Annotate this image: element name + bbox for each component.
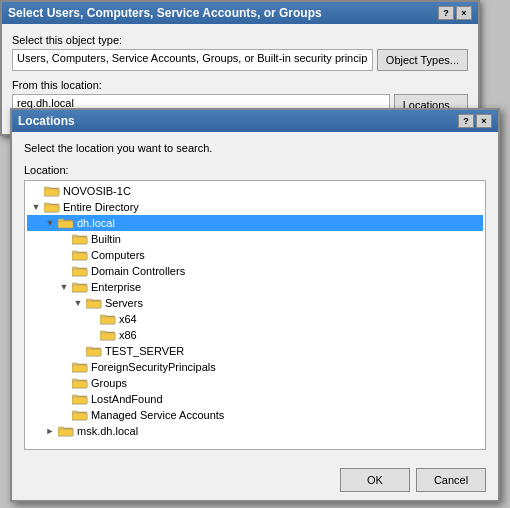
tree-item-label: Managed Service Accounts — [91, 409, 224, 421]
svg-rect-23 — [86, 301, 101, 308]
folder-icon — [72, 281, 88, 293]
folder-icon — [44, 201, 60, 213]
svg-rect-8 — [58, 221, 73, 228]
folder-icon — [72, 265, 88, 277]
locations-close-button[interactable]: × — [476, 114, 492, 128]
cancel-button[interactable]: Cancel — [416, 468, 486, 492]
svg-rect-41 — [72, 397, 87, 404]
object-type-row: Users, Computers, Service Accounts, Grou… — [12, 49, 468, 71]
tree-item[interactable]: ▼ dh.local — [27, 215, 483, 231]
tree-item[interactable]: TEST_SERVER — [27, 343, 483, 359]
svg-rect-38 — [72, 381, 87, 388]
folder-icon — [86, 345, 102, 357]
folder-icon — [72, 361, 88, 373]
tree-item-label: Groups — [91, 377, 127, 389]
tree-item-label: ForeignSecurityPrincipals — [91, 361, 216, 373]
tree-item-label: x86 — [119, 329, 137, 341]
svg-rect-17 — [72, 269, 87, 276]
tree-item[interactable]: LostAndFound — [27, 391, 483, 407]
locations-footer: OK Cancel — [12, 460, 498, 500]
location-label: From this location: — [12, 79, 468, 91]
expand-icon: ▼ — [29, 200, 43, 214]
svg-rect-32 — [86, 349, 101, 356]
tree-item-label: Enterprise — [91, 281, 141, 293]
svg-rect-2 — [44, 189, 59, 196]
tree-item[interactable]: NOVOSIB-1C — [27, 183, 483, 199]
tree-item[interactable]: Managed Service Accounts — [27, 407, 483, 423]
object-type-label: Select this object type: — [12, 34, 468, 46]
location-tree[interactable]: NOVOSIB-1C▼ Entire Directory▼ dh.local B… — [24, 180, 486, 450]
locations-help-button[interactable]: ? — [458, 114, 474, 128]
svg-rect-14 — [72, 253, 87, 260]
svg-rect-35 — [72, 365, 87, 372]
expand-icon — [57, 408, 71, 422]
tree-item[interactable]: ▼ Enterprise — [27, 279, 483, 295]
svg-rect-5 — [44, 205, 59, 212]
tree-item-label: NOVOSIB-1C — [63, 185, 131, 197]
outer-help-button[interactable]: ? — [438, 6, 454, 20]
expand-icon: ▼ — [57, 280, 71, 294]
tree-item[interactable]: x86 — [27, 327, 483, 343]
folder-icon — [72, 377, 88, 389]
tree-item-label: LostAndFound — [91, 393, 163, 405]
folder-icon — [72, 409, 88, 421]
expand-icon — [85, 312, 99, 326]
tree-item-label: Builtin — [91, 233, 121, 245]
tree-item[interactable]: ForeignSecurityPrincipals — [27, 359, 483, 375]
outer-title-bar: Select Users, Computers, Service Account… — [2, 2, 478, 24]
svg-rect-29 — [100, 333, 115, 340]
folder-icon — [58, 425, 74, 437]
expand-icon — [57, 248, 71, 262]
tree-item[interactable]: Domain Controllers — [27, 263, 483, 279]
locations-title-bar: Locations ? × — [12, 110, 498, 132]
tree-item[interactable]: Computers — [27, 247, 483, 263]
tree-item[interactable]: ▼ Entire Directory — [27, 199, 483, 215]
tree-item[interactable]: Groups — [27, 375, 483, 391]
tree-item[interactable]: x64 — [27, 311, 483, 327]
locations-instruction: Select the location you want to search. — [24, 142, 486, 154]
locations-title-buttons: ? × — [458, 114, 492, 128]
tree-item-label: Domain Controllers — [91, 265, 185, 277]
locations-dialog: Locations ? × Select the location you wa… — [10, 108, 500, 502]
expand-icon: ▼ — [43, 216, 57, 230]
folder-icon — [58, 217, 74, 229]
folder-icon — [100, 329, 116, 341]
expand-icon — [57, 264, 71, 278]
folder-icon — [86, 297, 102, 309]
tree-item[interactable]: ► msk.dh.local — [27, 423, 483, 439]
locations-dialog-content: Select the location you want to search. … — [12, 132, 498, 460]
ok-button[interactable]: OK — [340, 468, 410, 492]
tree-item-label: Entire Directory — [63, 201, 139, 213]
svg-rect-26 — [100, 317, 115, 324]
tree-item-label: msk.dh.local — [77, 425, 138, 437]
svg-rect-11 — [72, 237, 87, 244]
object-type-field: Users, Computers, Service Accounts, Grou… — [12, 49, 373, 71]
expand-icon: ► — [43, 424, 57, 438]
tree-item[interactable]: Builtin — [27, 231, 483, 247]
tree-item-label: Computers — [91, 249, 145, 261]
folder-icon — [100, 313, 116, 325]
outer-title-buttons: ? × — [438, 6, 472, 20]
expand-icon — [57, 376, 71, 390]
outer-dialog-title: Select Users, Computers, Service Account… — [8, 6, 322, 20]
expand-icon — [57, 232, 71, 246]
folder-icon — [44, 185, 60, 197]
locations-dialog-title: Locations — [18, 114, 75, 128]
svg-rect-44 — [72, 413, 87, 420]
tree-item-label: TEST_SERVER — [105, 345, 184, 357]
tree-item-label: Servers — [105, 297, 143, 309]
outer-close-button[interactable]: × — [456, 6, 472, 20]
location-tree-label: Location: — [24, 164, 486, 176]
svg-rect-47 — [58, 429, 73, 436]
tree-item[interactable]: ▼ Servers — [27, 295, 483, 311]
expand-icon — [29, 184, 43, 198]
expand-icon — [57, 392, 71, 406]
tree-item-label: x64 — [119, 313, 137, 325]
folder-icon — [72, 393, 88, 405]
expand-icon — [85, 328, 99, 342]
expand-icon: ▼ — [71, 296, 85, 310]
object-types-button[interactable]: Object Types... — [377, 49, 468, 71]
tree-item-label: dh.local — [77, 217, 115, 229]
expand-icon — [71, 344, 85, 358]
expand-icon — [57, 360, 71, 374]
